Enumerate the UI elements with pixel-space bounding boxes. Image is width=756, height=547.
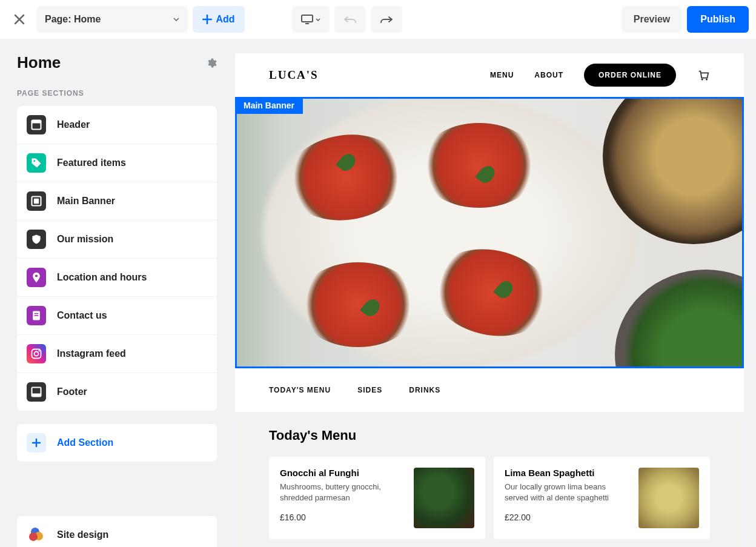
section-item-pin[interactable]: Location and hours [17, 259, 217, 296]
svg-rect-0 [302, 15, 313, 22]
section-item-label: Featured items [57, 157, 126, 168]
redo-icon [380, 16, 393, 23]
card-desc: Mushrooms, buttery gnocchi, shredded par… [280, 482, 405, 503]
site-design-button[interactable]: Site design [17, 516, 217, 547]
section-item-sheet[interactable]: Contact us [17, 297, 217, 334]
section-item-label: Location and hours [57, 272, 147, 283]
section-item-label: Main Banner [57, 196, 115, 207]
section-item-label: Our mission [57, 234, 113, 245]
menu-card[interactable]: Gnocchi al Funghi Mushrooms, buttery gno… [269, 457, 485, 539]
tab-drinks[interactable]: DRINKS [409, 386, 440, 394]
banner-tag: Main Banner [235, 97, 303, 114]
card-image [638, 468, 699, 528]
desktop-icon [301, 15, 313, 24]
section-item-header[interactable]: Header [17, 106, 217, 144]
section-item-footer[interactable]: Footer [17, 373, 217, 411]
plus-icon [31, 438, 41, 448]
order-online-button[interactable]: ORDER ONLINE [584, 64, 676, 87]
sheet-icon [27, 306, 46, 325]
section-item-label: Contact us [57, 310, 107, 321]
preview-canvas: LUCA'S MENU ABOUT ORDER ONLINE Main Bann… [229, 39, 756, 547]
svg-rect-1 [305, 23, 309, 24]
tab-sides[interactable]: SIDES [357, 386, 382, 394]
banner-icon [27, 191, 46, 211]
instagram-icon [27, 344, 46, 363]
svg-point-12 [35, 352, 39, 356]
preview-button[interactable]: Preview [622, 6, 682, 33]
site-header: LUCA'S MENU ABOUT ORDER ONLINE [235, 53, 744, 97]
plus-icon [202, 15, 212, 24]
site-preview: LUCA'S MENU ABOUT ORDER ONLINE Main Bann… [235, 53, 744, 547]
svg-rect-6 [34, 199, 39, 204]
undo-icon [344, 16, 356, 23]
svg-point-18 [29, 532, 38, 541]
sidebar: Home PAGE SECTIONS HeaderFeatured itemsM… [0, 39, 229, 547]
card-title: Gnocchi al Funghi [280, 468, 405, 478]
svg-rect-15 [32, 394, 41, 397]
section-item-tag[interactable]: Featured items [17, 144, 217, 182]
section-item-instagram[interactable]: Instagram feed [17, 335, 217, 373]
pin-icon [27, 268, 46, 287]
cart-icon [697, 68, 710, 82]
add-label: Add [216, 14, 234, 25]
section-item-label: Footer [57, 386, 87, 397]
caret-down-icon [316, 18, 320, 21]
sections-label: PAGE SECTIONS [17, 89, 217, 98]
nav-menu[interactable]: MENU [490, 71, 514, 79]
tag-icon [27, 153, 46, 173]
page-selector[interactable]: Page: Home [36, 6, 188, 33]
card-desc: Our locally grown lima beans served with… [505, 482, 630, 503]
svg-rect-9 [35, 313, 39, 314]
add-button[interactable]: Add [193, 6, 244, 33]
section-item-banner[interactable]: Main Banner [17, 182, 217, 220]
svg-point-4 [33, 160, 35, 162]
menu-title: Today's Menu [269, 428, 710, 443]
menu-card[interactable]: Lima Bean Spaghetti Our locally grown li… [494, 457, 710, 539]
menu-area: Today's Menu Gnocchi al Funghi Mushrooms… [235, 412, 744, 547]
page-selector-label: Page: Home [45, 14, 101, 25]
section-item-shield[interactable]: Our mission [17, 220, 217, 258]
gear-icon [206, 58, 217, 68]
banner-image [237, 99, 742, 366]
svg-point-20 [706, 79, 708, 81]
main-banner-section[interactable]: Main Banner [235, 97, 744, 368]
menu-tabs: TODAY'S MENU SIDES DRINKS [235, 368, 744, 412]
section-item-label: Instagram feed [57, 348, 126, 359]
nav-about[interactable]: ABOUT [534, 71, 563, 79]
publish-button[interactable]: Publish [687, 6, 749, 33]
card-price: £22.00 [505, 512, 630, 522]
footer-icon [27, 382, 46, 402]
add-section-button[interactable]: Add Section [17, 424, 217, 462]
undo-button[interactable] [334, 6, 366, 33]
top-toolbar: Page: Home Add Preview Publish [0, 0, 756, 39]
card-price: £16.00 [280, 512, 405, 522]
svg-point-7 [35, 274, 38, 277]
close-icon [14, 14, 25, 25]
header-icon [27, 115, 46, 134]
section-list: HeaderFeatured itemsMain BannerOur missi… [17, 106, 217, 411]
section-item-label: Header [57, 119, 90, 130]
device-selector[interactable] [292, 6, 330, 33]
close-button[interactable] [7, 7, 31, 31]
sidebar-title: Home [17, 53, 61, 72]
add-section-label: Add Section [57, 437, 113, 448]
settings-button[interactable] [206, 58, 217, 68]
svg-rect-10 [35, 315, 39, 316]
svg-point-19 [701, 79, 703, 81]
svg-point-13 [38, 350, 39, 351]
card-title: Lima Bean Spaghetti [505, 468, 630, 478]
site-brand: LUCA'S [269, 68, 319, 82]
redo-button[interactable] [371, 6, 402, 33]
svg-rect-3 [32, 121, 41, 124]
toolbar-middle [292, 6, 402, 33]
tab-todays-menu[interactable]: TODAY'S MENU [269, 386, 331, 394]
shield-icon [27, 230, 46, 249]
cart-button[interactable] [697, 68, 710, 82]
card-image [414, 468, 474, 528]
palette-icon [27, 525, 46, 545]
caret-down-icon [173, 18, 179, 21]
site-design-label: Site design [57, 529, 108, 540]
